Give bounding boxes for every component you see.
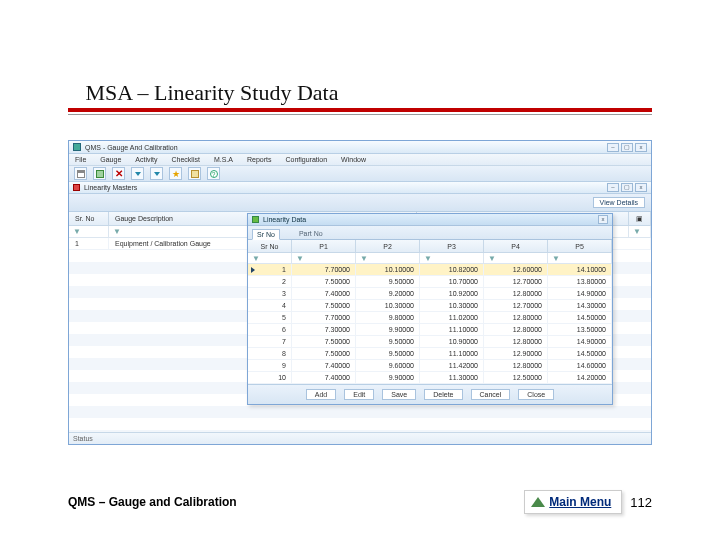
dcell-sr: 6 (248, 324, 292, 335)
close-button[interactable]: x (635, 143, 647, 152)
toolbar-star-button[interactable]: ★ (169, 167, 182, 180)
dialog-footer: Add Edit Save Delete Cancel Close (248, 384, 612, 404)
filter-icon[interactable]: ▼ (633, 227, 641, 236)
x-icon: ✕ (115, 170, 123, 178)
dialog-row[interactable]: 37.400009.2000010.9200012.8000014.90000 (248, 288, 612, 300)
dialog-row[interactable]: 77.500009.5000010.9000012.8000014.90000 (248, 336, 612, 348)
dcell-p3: 11.10000 (420, 348, 484, 359)
menu-window[interactable]: Window (341, 156, 366, 163)
menu-reports[interactable]: Reports (247, 156, 272, 163)
title-underline (68, 108, 652, 112)
app-window: QMS - Gauge And Calibration – ▢ x File G… (68, 140, 652, 445)
filter-icon[interactable]: ▼ (488, 254, 496, 263)
dcol-p2[interactable]: P2 (356, 240, 420, 252)
dcell-p2: 9.50000 (356, 348, 420, 359)
dcell-p4: 12.80000 (484, 336, 548, 347)
dcell-sr: 8 (248, 348, 292, 359)
sub-minimize-button[interactable]: – (607, 183, 619, 192)
menu-gauge[interactable]: Gauge (100, 156, 121, 163)
dcell-p5: 14.90000 (548, 288, 612, 299)
dialog-row[interactable]: 87.500009.5000011.1000012.9000014.50000 (248, 348, 612, 360)
dialog-row[interactable]: 47.5000010.3000010.3000012.7000014.30000 (248, 300, 612, 312)
cancel-button[interactable]: Cancel (471, 389, 511, 400)
view-details-button[interactable]: View Details (593, 197, 645, 208)
dcol-p1[interactable]: P1 (292, 240, 356, 252)
dialog-row[interactable]: 17.7000010.1000010.8200012.6000014.10000 (248, 264, 612, 276)
toolbar-down2-button[interactable] (150, 167, 163, 180)
dialog-row[interactable]: 27.500009.5000010.7000012.7000013.80000 (248, 276, 612, 288)
dcell-sr: 1 (248, 264, 292, 275)
title-underline-thin (68, 114, 652, 115)
dialog-row[interactable]: 107.400009.9000011.3000012.5000014.20000 (248, 372, 612, 384)
menu-msa[interactable]: M.S.A (214, 156, 233, 163)
app-icon (73, 143, 81, 151)
dcell-p3: 11.10000 (420, 324, 484, 335)
menu-file[interactable]: File (75, 156, 86, 163)
dialog-grid-header: Sr No P1 P2 P3 P4 P5 (248, 240, 612, 253)
tab-srno[interactable]: Sr No (252, 229, 280, 240)
subwindow-toolbar: View Details (69, 194, 651, 212)
filter-icon[interactable]: ▼ (113, 227, 121, 236)
arrow-down-icon (135, 172, 141, 176)
toolbar-help-button[interactable]: ? (207, 167, 220, 180)
dcol-p4[interactable]: P4 (484, 240, 548, 252)
toolbar-open-button[interactable] (93, 167, 106, 180)
main-menu-button[interactable]: Main Menu (524, 490, 622, 514)
dcell-p5: 13.50000 (548, 324, 612, 335)
dcell-p4: 12.90000 (484, 348, 548, 359)
tab-partno[interactable]: Part No (294, 228, 328, 239)
delete-button[interactable]: Delete (424, 389, 462, 400)
page-green-icon (96, 170, 104, 178)
toolbar-delete-button[interactable]: ✕ (112, 167, 125, 180)
filter-icon[interactable]: ▼ (360, 254, 368, 263)
dcol-sr[interactable]: Sr No (248, 240, 292, 252)
maximize-button[interactable]: ▢ (621, 143, 633, 152)
dcell-sr: 10 (248, 372, 292, 383)
dcol-p3[interactable]: P3 (420, 240, 484, 252)
dialog-close-button[interactable]: x (598, 215, 608, 224)
dcell-sr: 3 (248, 288, 292, 299)
filter-icon[interactable]: ▼ (252, 254, 260, 263)
dcell-p1: 7.50000 (292, 348, 356, 359)
dcell-p4: 12.70000 (484, 276, 548, 287)
toolbar-down1-button[interactable] (131, 167, 144, 180)
menu-activity[interactable]: Activity (135, 156, 157, 163)
dcell-p5: 14.10000 (548, 264, 612, 275)
minimize-button[interactable]: – (607, 143, 619, 152)
edit-button[interactable]: Edit (344, 389, 374, 400)
col-flag[interactable]: ▣ (629, 212, 651, 225)
filter-icon[interactable]: ▼ (424, 254, 432, 263)
dcol-p5[interactable]: P5 (548, 240, 612, 252)
star-icon: ★ (172, 170, 180, 178)
dialog-grid: Sr No P1 P2 P3 P4 P5 ▼ ▼ ▼ ▼ ▼ ▼ 17.7000… (248, 240, 612, 384)
save-button[interactable]: Save (382, 389, 416, 400)
dialog-filter-row: ▼ ▼ ▼ ▼ ▼ ▼ (248, 253, 612, 264)
dcell-p3: 10.30000 (420, 300, 484, 311)
dialog-row[interactable]: 67.300009.9000011.1000012.8000013.50000 (248, 324, 612, 336)
dcell-p3: 11.02000 (420, 312, 484, 323)
close-button[interactable]: Close (518, 389, 554, 400)
toolbar-new-button[interactable] (74, 167, 87, 180)
menubar: File Gauge Activity Checklist M.S.A Repo… (69, 154, 651, 166)
add-button[interactable]: Add (306, 389, 336, 400)
dcell-p2: 10.30000 (356, 300, 420, 311)
col-sr[interactable]: Sr. No (69, 212, 109, 225)
menu-checklist[interactable]: Checklist (171, 156, 199, 163)
arrow-down-icon (154, 172, 160, 176)
dialog-row[interactable]: 97.400009.6000011.4200012.8000014.60000 (248, 360, 612, 372)
dcell-p1: 7.40000 (292, 360, 356, 371)
toolbar-config-button[interactable] (188, 167, 201, 180)
dcell-p4: 12.80000 (484, 288, 548, 299)
sub-close-button[interactable]: x (635, 183, 647, 192)
slide-title: MSA – Linearity Study Data (68, 80, 338, 106)
dialog-row[interactable]: 57.700009.8000011.0200012.8000014.50000 (248, 312, 612, 324)
dcell-p5: 14.30000 (548, 300, 612, 311)
filter-icon[interactable]: ▼ (296, 254, 304, 263)
sub-maximize-button[interactable]: ▢ (621, 183, 633, 192)
menu-configuration[interactable]: Configuration (285, 156, 327, 163)
main-menu-label: Main Menu (549, 495, 611, 509)
filter-icon[interactable]: ▼ (73, 227, 81, 236)
dcell-p5: 14.20000 (548, 372, 612, 383)
filter-icon[interactable]: ▼ (552, 254, 560, 263)
slide-footer: QMS – Gauge and Calibration Main Menu 11… (68, 490, 652, 514)
